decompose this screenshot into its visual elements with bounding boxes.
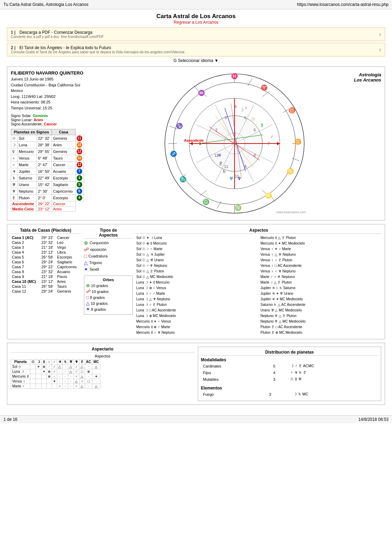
elem-count: 3 — [268, 391, 291, 397]
casa-label: Casa 2 — [11, 240, 40, 245]
tipo-icon: ✶ — [84, 267, 88, 272]
planet-deg: 29° 55' — [37, 148, 52, 155]
planet-icon: ♇ — [11, 195, 18, 201]
footer-pages: 1 de 16 — [3, 417, 17, 422]
asp-grid-col-header: ♇ — [79, 360, 85, 364]
chart-container: ♈ ♉ ♊ ♋ ♌ ♍ ♎ ♏ ♐ — [161, 70, 308, 217]
asp-left-item: Sol ☉ △ ♇ Pluton — [136, 269, 257, 274]
casa-deg: 26° 58' — [40, 255, 56, 260]
modal-label: Mutables — [202, 376, 271, 382]
asp-left-item: Sol ☉ ♂ ♆ Neptuno — [136, 263, 257, 269]
tipo-item: □ Cuadratura — [84, 253, 133, 259]
planet-house: 5 — [75, 182, 84, 188]
casa-sign: Aries — [56, 279, 80, 284]
asp-grid-cell: ♂ — [74, 384, 79, 389]
planet-icon: ♆ — [11, 188, 18, 195]
astrology-logo: Astrología Los Arcanos — [354, 72, 381, 83]
asp-grid-planet: Mercurio ☿ — [11, 374, 30, 379]
asp-grid-cell — [36, 369, 41, 374]
sign-capricorn: ♑ — [176, 123, 183, 129]
tipos-title: Tipos deAspectos — [84, 228, 133, 239]
person-name: FILIBERTO NAVARRO QUINTERO — [11, 70, 84, 76]
planet-name: Neptuno — [17, 188, 37, 195]
asp-grid-cell: ♂ — [57, 384, 62, 389]
page-subtitle[interactable]: Regresar a Los Arcanos — [7, 20, 385, 25]
lang-selector[interactable]: G Seleccionar idioma ▼ — [174, 58, 218, 63]
person-country: Mexico — [11, 88, 84, 94]
house-11-label: 11 — [224, 164, 228, 169]
asp-grid-col-header: MC — [92, 360, 100, 364]
asp-grid-cell: □ — [79, 369, 85, 374]
planet-name: Jupiter — [17, 168, 37, 175]
casa-deg: 21° 18' — [40, 274, 56, 279]
planet-deg: 29° 22' — [37, 201, 52, 207]
planets-table: Planetas en Signos Casa ☉ Sol 22° 32' Ge… — [11, 129, 84, 212]
asp-right-item: Jupiter ♃ □ ♄ Saturno — [261, 285, 382, 291]
house-6-label: 6 — [254, 128, 256, 132]
distribucion-wrap: Distribucion de planetas Modalidades Car… — [198, 347, 382, 401]
lang-bar[interactable]: G Seleccionar idioma ▼ — [7, 58, 385, 63]
asp-grid-cell: · — [85, 374, 92, 379]
elementos-table: Fuego 3 ☽ ♄ MC — [201, 391, 378, 398]
asp-grid-col-header: ☽ — [36, 360, 41, 364]
orbe-item: ✶ 8 grados — [86, 307, 131, 312]
casa-deg: 23° 32' — [40, 240, 56, 245]
sign-cancer: ♋ — [287, 168, 294, 175]
casa-sign: Sagitario — [56, 260, 80, 264]
asp-grid-cell — [36, 379, 41, 384]
asp-grid-planet: Marte ♂ — [11, 384, 30, 389]
modalidades-table: Cardinales 5 ☽ ♂ ♇ ACMC Fijos 4 ♀ ♃ ♄ ♇ … — [201, 362, 378, 383]
tipo-icon: □ — [84, 253, 87, 259]
asp-left-item: Luna ☽ ⊕ MC Mediocielo — [136, 313, 257, 319]
asp-grid-cell — [46, 379, 52, 384]
asp-right-item: Pluton ♇ □ AC Ascendente — [261, 324, 382, 330]
aspectario-wrap: Aspectario Aspectos Planeta☉☽☿♀♂♃♄♅♆♇ACM… — [11, 347, 194, 401]
orbe-label: 10 grados — [91, 284, 108, 288]
casa-label: Casa 8 — [11, 269, 40, 274]
planet-deg: 23° 12' — [37, 207, 52, 212]
orbe-icon: ⊕ — [86, 283, 90, 288]
person-date: Jueves 13 Junio de 1985 — [11, 76, 84, 82]
solar-val: Geminis — [33, 114, 48, 118]
planet-sign: Geminis — [52, 135, 75, 142]
asp-grid-cell: · — [57, 379, 62, 384]
ad-box-2[interactable]: 2 | El Tarot de los Ángeles - te Explica… — [7, 43, 385, 56]
browser-bar: Tu Carta Astral Gratis, Astrologia Los A… — [0, 0, 392, 9]
www-label-chart: www.losarcanos.com — [276, 210, 306, 214]
planet-sign: Escorpio — [52, 175, 75, 182]
asp-grid-col-header: ♀ — [46, 360, 52, 364]
casa-sign: Acuario — [56, 269, 80, 274]
planet-marte-chart: ♂ — [270, 134, 274, 139]
ad1-arrow: › — [379, 31, 381, 38]
planet-name: Medio Cielo — [11, 207, 37, 212]
modal-label: Fijos — [202, 370, 271, 376]
modalidades-title: Modalidades — [201, 357, 378, 362]
planet-house: 12 — [75, 148, 84, 155]
casa-header: Casa — [52, 129, 75, 135]
asp-grid-cell — [41, 384, 46, 389]
asp-grid-cell: △ — [57, 364, 62, 369]
planet-sign: Escorpio — [52, 195, 75, 201]
sign-gemini: ♊ — [294, 138, 301, 145]
planet-deg: 6° 48' — [37, 155, 52, 162]
ad2-num: 2 | — [11, 45, 15, 50]
modal-count: 3 — [272, 376, 288, 382]
ad-box-1[interactable]: 1 | Descarga a PDF - Comenzar Descarga C… — [7, 28, 385, 41]
asp-grid-cell: · — [62, 364, 68, 369]
footer-bar: 1 de 16 14/8/2018 08:53 — [0, 415, 392, 423]
asp-left-item: Luna ☽ □ AC Ascendente — [136, 308, 257, 313]
orbe-label: 8 grados — [91, 307, 106, 311]
asp-right-item: Venus ♀ ✶ ♂ Marte — [261, 246, 382, 252]
page-title-section: Carta Astral de Los Arcanos Regresar a L… — [7, 13, 385, 25]
tipo-label: Conjunción — [90, 241, 109, 245]
asp-grid-cell — [41, 379, 46, 384]
tipo-item: ⊕ Conjunción — [84, 240, 133, 246]
asp-grid-planet: Venus ♀ — [11, 379, 30, 384]
sign-pisces: ♓ — [231, 73, 238, 79]
casas-table: Casa 1 (AC) 29° 22' Cancer Casa 2 23° 32… — [11, 235, 80, 294]
casa-label: Casa 3 — [11, 245, 40, 250]
casa-deg: 23° 32' — [40, 269, 56, 274]
casa-sign: Cancer — [56, 235, 80, 240]
casa-deg: 29° 22' — [40, 264, 56, 269]
asp-left-item: Luna ☽ ♂ ♂ Marte — [136, 291, 257, 296]
